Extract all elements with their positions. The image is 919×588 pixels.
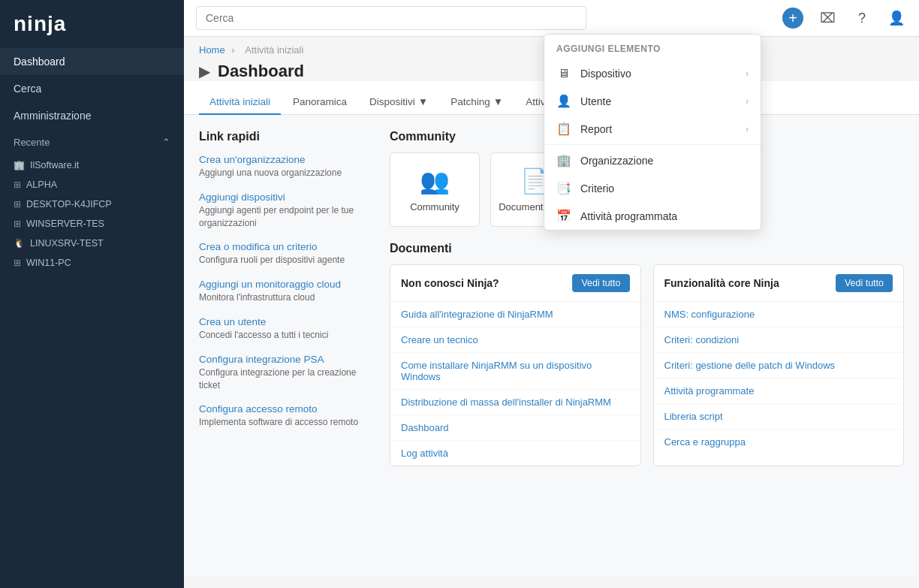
page-title: Dashboard — [218, 62, 304, 81]
doc-panel-non-conosci: Non conosci Ninja? Vedi tutto Guida all'… — [390, 264, 641, 466]
sidebar-item-amministrazione[interactable]: Amministrazione — [0, 102, 184, 129]
chevron-up-icon: ⌃ — [162, 137, 170, 148]
doc-link-non-conosci-0[interactable]: Guida all'integrazione di NinjaRMM — [390, 302, 640, 327]
quick-link-crea-criterio: Crea o modifica un criterioConfigura ruo… — [199, 241, 372, 267]
quick-link-desc-crea-criterio: Configura ruoli per dispositivi agente — [199, 254, 372, 267]
quick-link-desc-crea-utente: Concedi l'accesso a tutti i tecnici — [199, 329, 372, 342]
quick-link-desc-crea-org: Aggiungi una nuova organizzazione — [199, 167, 372, 179]
tabs-bar: Attività iniziali Panoramica Dispositivi… — [184, 81, 919, 115]
doc-link-core-5[interactable]: Cerca e raggruppa — [654, 430, 904, 454]
quick-link-psa: Configura integrazione PSAConfigura inte… — [199, 354, 372, 392]
doc-link-core-4[interactable]: Libreria script — [654, 404, 904, 430]
breadcrumb-separator: › — [231, 44, 234, 56]
quick-link-crea-org: Crea un'organizzazioneAggiungi una nuova… — [199, 154, 372, 179]
community-card-documentazione[interactable]: 📄Documentazione — [490, 152, 580, 227]
breadcrumb-current: Attività iniziali — [245, 44, 303, 56]
device-icon-winserver-tes: ⊞ — [14, 219, 21, 229]
chevron-down-icon-2: ▼ — [493, 96, 503, 107]
sidebar-device-ilsoftware[interactable]: 🏢IlSoftware.it — [0, 155, 184, 175]
community-card-community[interactable]: 👥Community — [390, 152, 480, 227]
doc-link-non-conosci-3[interactable]: Distribuzione di massa dell'installer di… — [390, 390, 640, 415]
doc-link-non-conosci-5[interactable]: Log attività — [390, 441, 640, 466]
tab-panoramica[interactable]: Panoramica — [282, 90, 357, 115]
quick-link-title-crea-criterio[interactable]: Crea o modifica un criterio — [199, 241, 372, 252]
sidebar-device-alpha[interactable]: ⊞ALPHA — [0, 175, 184, 194]
quick-link-desc-accesso-remoto: Implementa software di accesso remoto — [199, 416, 372, 429]
sidebar-device-linuxsrv-test[interactable]: 🐧LINUXSRV-TEST — [0, 234, 184, 253]
device-label-alpha: ALPHA — [26, 179, 57, 190]
btn-vedi-tutto-non-conosci[interactable]: Vedi tutto — [572, 274, 629, 292]
quick-link-title-crea-utente[interactable]: Crea un utente — [199, 316, 372, 327]
doc-link-non-conosci-1[interactable]: Creare un tecnico — [390, 327, 640, 353]
community-card-icon-documentazione: 📄 — [520, 167, 550, 195]
community-cards: 👥Community📄Documentazione📰Notizie — [390, 152, 904, 227]
main-area: + ⌧ ? 👤 Home › Attività iniziali ▶ Dashb… — [184, 0, 919, 588]
device-icon-win11-pc: ⊞ — [14, 258, 21, 268]
sidebar-item-dashboard[interactable]: Dashboard — [0, 48, 184, 75]
logo-area: ninja — [0, 0, 184, 48]
grid-icon[interactable]: ⌧ — [817, 8, 838, 29]
user-icon[interactable]: 👤 — [886, 8, 907, 29]
community-card-notizie[interactable]: 📰Notizie — [591, 152, 681, 227]
device-label-win11-pc: WIN11-PC — [26, 258, 71, 268]
search-input[interactable] — [196, 6, 586, 30]
page-header: ▶ Dashboard — [184, 59, 919, 81]
quick-link-title-accesso-remoto[interactable]: Configura accesso remoto — [199, 403, 372, 415]
quick-link-monitoraggio: Aggiungi un monitoraggio cloudMonitora l… — [199, 279, 372, 304]
sidebar-devices-list: 🏢IlSoftware.it⊞ALPHA⊞DESKTOP-K4JIFCP⊞WIN… — [0, 155, 184, 273]
doc-panel-header-core: Funzionalità core Ninja Vedi tutto — [654, 265, 904, 302]
device-label-linuxsrv-test: LINUXSRV-TEST — [30, 238, 104, 249]
sidebar-device-desktop-k4jifcp[interactable]: ⊞DESKTOP-K4JIFCP — [0, 194, 184, 214]
tab-dispositivi[interactable]: Dispositivi ▼ — [359, 90, 438, 115]
tab-patching[interactable]: Patching ▼ — [440, 90, 514, 115]
chevron-down-icon: ▼ — [418, 96, 428, 107]
quick-link-title-aggiungi-dispositivi[interactable]: Aggiungi dispositivi — [199, 191, 372, 203]
logo: ninja — [14, 12, 66, 36]
header-icons: + ⌧ ? 👤 — [782, 8, 907, 29]
device-label-winserver-tes: WINSERVER-TES — [26, 219, 104, 229]
doc-link-non-conosci-2[interactable]: Come installare NinjaRMM su un dispositi… — [390, 353, 640, 390]
community-card-icon-community: 👥 — [420, 167, 450, 195]
quick-link-aggiungi-dispositivi: Aggiungi dispositiviAggiungi agenti per … — [199, 191, 372, 230]
quick-link-title-monitoraggio[interactable]: Aggiungi un monitoraggio cloud — [199, 279, 372, 290]
quick-links-list: Crea un'organizzazioneAggiungi una nuova… — [199, 154, 372, 429]
recent-section-header: Recente ⌃ — [0, 129, 184, 155]
breadcrumb: Home › Attività iniziali — [184, 37, 919, 59]
add-button[interactable]: + — [782, 8, 803, 29]
quick-link-desc-monitoraggio: Monitora l'infrastruttura cloud — [199, 291, 372, 304]
doc-panels: Non conosci Ninja? Vedi tutto Guida all'… — [390, 264, 904, 466]
right-column: Community 👥Community📄Documentazione📰Noti… — [390, 130, 904, 561]
device-label-ilsoftware: IlSoftware.it — [30, 160, 79, 170]
doc-link-core-2[interactable]: Criteri: gestione delle patch di Windows — [654, 353, 904, 378]
quick-link-accesso-remoto: Configura accesso remotoImplementa softw… — [199, 403, 372, 429]
device-icon-linuxsrv-test: 🐧 — [14, 238, 25, 249]
device-label-desktop-k4jifcp: DESKTOP-K4JIFCP — [26, 199, 112, 210]
header: + ⌧ ? 👤 — [184, 0, 919, 37]
sidebar-device-winserver-tes[interactable]: ⊞WINSERVER-TES — [0, 214, 184, 234]
device-icon-alpha: ⊞ — [14, 179, 21, 190]
dashboard-icon: ▶ — [199, 62, 210, 80]
quick-link-desc-psa: Configura integrazione per la creazione … — [199, 366, 372, 392]
doc-panel-core: Funzionalità core Ninja Vedi tutto NMS: … — [653, 264, 905, 466]
quick-link-desc-aggiungi-dispositivi: Aggiungi agenti per endpoint per le tue … — [199, 204, 372, 230]
help-icon[interactable]: ? — [851, 8, 872, 29]
community-card-label-notizie: Notizie — [621, 201, 651, 213]
body-content: Link rapidi Crea un'organizzazioneAggiun… — [184, 115, 919, 576]
quick-link-title-psa[interactable]: Configura integrazione PSA — [199, 354, 372, 365]
quick-links-section: Link rapidi Crea un'organizzazioneAggiun… — [199, 130, 372, 561]
tab-attivita2[interactable]: Attivi... — [515, 90, 567, 115]
btn-vedi-tutto-core[interactable]: Vedi tutto — [836, 274, 893, 292]
device-icon-ilsoftware: 🏢 — [14, 160, 25, 170]
doc-link-core-3[interactable]: Attività programmate — [654, 378, 904, 404]
quick-link-title-crea-org[interactable]: Crea un'organizzazione — [199, 154, 372, 165]
doc-link-non-conosci-4[interactable]: Dashboard — [390, 415, 640, 441]
doc-panel-header-non-conosci: Non conosci Ninja? Vedi tutto — [390, 265, 640, 302]
sidebar-item-cerca[interactable]: Cerca — [0, 75, 184, 102]
sidebar-device-win11-pc[interactable]: ⊞WIN11-PC — [0, 253, 184, 273]
community-title: Community — [390, 130, 904, 143]
breadcrumb-home[interactable]: Home — [199, 44, 225, 56]
community-card-label-documentazione: Documentazione — [499, 201, 572, 213]
tab-attivita[interactable]: Attività iniziali — [199, 90, 281, 115]
doc-link-core-0[interactable]: NMS: configurazione — [654, 302, 904, 327]
doc-link-core-1[interactable]: Criteri: condizioni — [654, 327, 904, 353]
